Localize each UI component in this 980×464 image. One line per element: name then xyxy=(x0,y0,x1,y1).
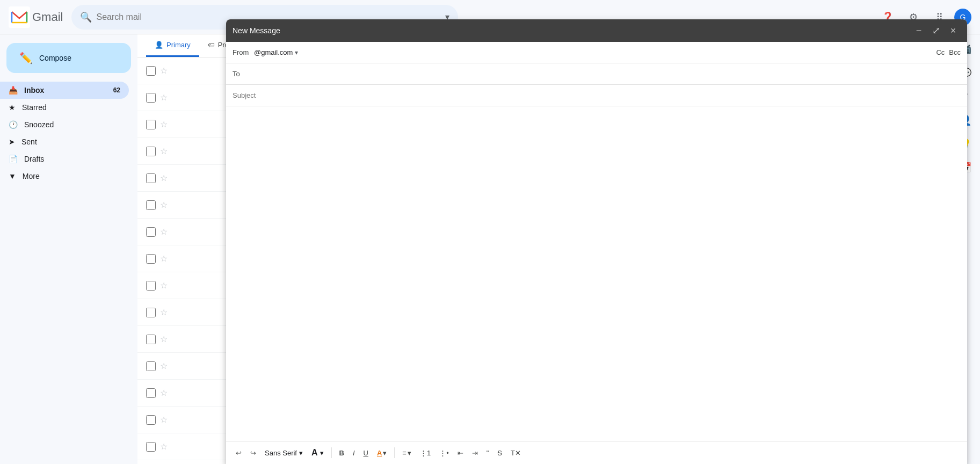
star-icon[interactable]: ☆ xyxy=(160,361,168,371)
email-checkbox[interactable] xyxy=(146,254,156,264)
sent-icon: ➤ xyxy=(9,137,15,146)
numbered-list-button[interactable]: ⋮1 xyxy=(417,447,434,459)
star-icon[interactable]: ☆ xyxy=(160,280,168,291)
quote-button[interactable]: " xyxy=(483,447,492,459)
message-body[interactable] xyxy=(226,106,967,441)
from-row: From @gmail.com ▾ Cc Bcc xyxy=(226,42,967,63)
remove-format-button[interactable]: T✕ xyxy=(507,447,524,459)
to-input[interactable] xyxy=(254,70,961,78)
email-checkbox[interactable] xyxy=(146,147,156,156)
redo-button[interactable]: ↪ xyxy=(247,447,259,459)
star-icon[interactable]: ☆ xyxy=(160,415,168,425)
star-icon[interactable]: ☆ xyxy=(160,227,168,237)
sidebar-item-snoozed[interactable]: 🕐 Snoozed xyxy=(0,116,129,133)
sidebar-item-sent[interactable]: ➤ Sent xyxy=(0,133,129,150)
from-label: From xyxy=(233,48,254,56)
email-checkbox[interactable] xyxy=(146,308,156,317)
undo-redo-group: ↩ ↪ xyxy=(233,447,259,459)
minimize-icon: − xyxy=(916,25,922,37)
sidebar-item-label: More xyxy=(23,172,40,180)
cc-button[interactable]: Cc xyxy=(936,48,945,56)
align-button[interactable]: ≡ ▾ xyxy=(399,447,415,459)
indent-more-icon: ⇥ xyxy=(472,449,478,457)
sidebar-item-starred[interactable]: ★ Starred xyxy=(0,99,129,116)
text-color-button[interactable]: A ▾ xyxy=(374,447,390,459)
sidebar-item-label: Starred xyxy=(22,103,47,112)
remove-format-icon: T✕ xyxy=(511,449,521,457)
font-size-button[interactable]: A ▾ xyxy=(308,446,327,460)
primary-tab-label: Primary xyxy=(166,41,191,49)
from-dropdown-button[interactable]: ▾ xyxy=(295,49,298,56)
bold-button[interactable]: B xyxy=(336,447,347,459)
strikethrough-button[interactable]: S xyxy=(494,447,505,459)
redo-icon: ↪ xyxy=(250,449,256,457)
star-icon[interactable]: ☆ xyxy=(160,200,168,210)
indent-more-button[interactable]: ⇥ xyxy=(469,447,481,459)
email-checkbox[interactable] xyxy=(146,66,156,76)
star-icon[interactable]: ☆ xyxy=(160,92,168,103)
star-icon[interactable]: ☆ xyxy=(160,388,168,398)
compose-icon: ✏️ xyxy=(19,52,33,64)
strikethrough-icon: S xyxy=(497,449,502,457)
sidebar-item-more[interactable]: ▼ More xyxy=(0,168,129,185)
search-icon: 🔍 xyxy=(80,11,92,23)
email-checkbox[interactable] xyxy=(146,173,156,183)
sidebar-item-label: Inbox xyxy=(24,86,44,95)
email-checkbox[interactable] xyxy=(146,120,156,129)
star-icon[interactable]: ☆ xyxy=(160,66,168,76)
bold-icon: B xyxy=(339,449,344,457)
bullet-list-button[interactable]: ⋮• xyxy=(436,447,452,459)
sidebar-item-inbox[interactable]: 📥 Inbox 62 xyxy=(0,82,129,99)
email-checkbox[interactable] xyxy=(146,200,156,210)
email-sender xyxy=(172,416,174,424)
sidebar-item-drafts[interactable]: 📄 Drafts xyxy=(0,150,129,168)
sidebar-item-label: Drafts xyxy=(24,155,44,163)
star-icon[interactable]: ☆ xyxy=(160,146,168,156)
cc-bcc-row: Cc Bcc xyxy=(936,48,961,56)
star-icon[interactable]: ☆ xyxy=(160,119,168,129)
dialog-actions: − ⤢ × xyxy=(911,23,961,38)
star-icon[interactable]: ☆ xyxy=(160,441,168,452)
email-checkbox[interactable] xyxy=(146,442,156,452)
email-sender xyxy=(172,336,174,344)
compose-button[interactable]: ✏️ Compose xyxy=(6,43,131,73)
compose-label: Compose xyxy=(39,54,71,62)
email-checkbox[interactable] xyxy=(146,227,156,237)
align-dropdown-icon: ▾ xyxy=(408,449,411,457)
numbered-list-icon: ⋮1 xyxy=(420,449,431,457)
undo-button[interactable]: ↩ xyxy=(233,447,245,459)
maximize-button[interactable]: ⤢ xyxy=(928,23,943,38)
underline-button[interactable]: U xyxy=(360,447,372,459)
sidebar-item-label: Snoozed xyxy=(24,120,54,129)
star-icon[interactable]: ☆ xyxy=(160,173,168,183)
quote-icon: " xyxy=(487,449,489,457)
email-checkbox[interactable] xyxy=(146,281,156,291)
email-checkbox[interactable] xyxy=(146,361,156,371)
sidebar-item-label: Sent xyxy=(21,137,37,146)
email-checkbox[interactable] xyxy=(146,415,156,425)
drafts-icon: 📄 xyxy=(9,155,18,163)
indent-less-button[interactable]: ⇤ xyxy=(454,447,467,459)
star-icon[interactable]: ☆ xyxy=(160,334,168,344)
font-size-icon: A xyxy=(311,448,318,458)
email-sender xyxy=(172,309,174,317)
dialog-header: New Message − ⤢ × xyxy=(226,19,967,42)
star-icon[interactable]: ☆ xyxy=(160,253,168,264)
email-sender xyxy=(172,67,174,75)
italic-button[interactable]: I xyxy=(350,447,358,459)
tab-primary[interactable]: 👤 Primary xyxy=(146,34,199,57)
email-checkbox[interactable] xyxy=(146,93,156,103)
minimize-button[interactable]: − xyxy=(911,23,926,38)
email-checkbox[interactable] xyxy=(146,388,156,398)
email-sender xyxy=(172,175,174,183)
subject-row xyxy=(226,85,967,106)
font-family-button[interactable]: Sans Serif ▾ xyxy=(262,447,306,459)
undo-icon: ↩ xyxy=(236,449,242,457)
email-checkbox[interactable] xyxy=(146,335,156,344)
gmail-title: Gmail xyxy=(32,10,63,24)
toolbar-row: ↩ ↪ Sans Serif ▾ A ▾ B I U A ▾ xyxy=(226,441,967,464)
close-button[interactable]: × xyxy=(946,23,961,38)
star-icon[interactable]: ☆ xyxy=(160,307,168,317)
subject-input[interactable] xyxy=(233,91,961,99)
bcc-button[interactable]: Bcc xyxy=(949,48,961,56)
